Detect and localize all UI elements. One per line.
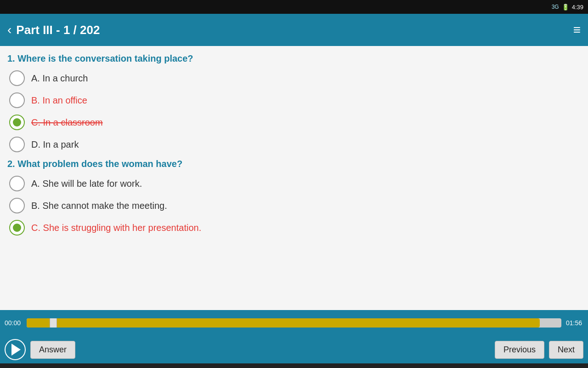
q1-radio-a[interactable] xyxy=(9,70,25,86)
q1-label-a: A. In a church xyxy=(31,73,88,84)
header-left: ‹ Part III - 1 / 202 xyxy=(7,23,100,37)
previous-button[interactable]: Previous xyxy=(495,341,544,359)
header: ‹ Part III - 1 / 202 ≡ xyxy=(0,14,588,46)
q1-radio-d[interactable] xyxy=(9,137,25,152)
q1-label-d: D. In a park xyxy=(31,139,79,150)
q1-option-d[interactable]: D. In a park xyxy=(7,137,581,152)
q2-option-c[interactable]: C. She is struggling with her presentati… xyxy=(7,220,581,236)
q1-option-c[interactable]: C. In a classroom xyxy=(7,115,581,130)
q2-radio-a[interactable] xyxy=(9,176,25,191)
q2-radio-c[interactable] xyxy=(9,220,25,236)
question-2-text: 2. What problem does the woman have? xyxy=(7,159,581,169)
q2-option-b[interactable]: B. She cannot make the meeting. xyxy=(7,198,581,213)
current-time: 00:00 xyxy=(5,319,22,327)
progress-track[interactable] xyxy=(27,318,561,328)
battery-icon: 🔋 xyxy=(562,4,569,11)
page-title: Part III - 1 / 202 xyxy=(16,23,100,37)
status-bar: 3G 🔋 4:39 xyxy=(0,0,588,14)
navigation-bar: ↩ ⌂ ▭ xyxy=(0,363,588,368)
progress-thumb[interactable] xyxy=(50,318,57,328)
question-1: 1. Where is the conversation taking plac… xyxy=(7,53,581,152)
q2-label-b: B. She cannot make the meeting. xyxy=(31,201,167,211)
network-indicator: 3G xyxy=(552,4,559,10)
q1-label-c: C. In a classroom xyxy=(31,117,103,128)
q2-radio-c-fill xyxy=(13,224,21,232)
q2-radio-b[interactable] xyxy=(9,198,25,213)
q1-radio-b[interactable] xyxy=(9,92,25,108)
progress-fill xyxy=(27,318,540,328)
q1-option-b[interactable]: B. In an office xyxy=(7,92,581,108)
q2-label-a: A. She will be late for work. xyxy=(31,178,142,189)
content-area: 1. Where is the conversation taking plac… xyxy=(0,46,588,310)
question-2: 2. What problem does the woman have? A. … xyxy=(7,159,581,236)
q2-option-a[interactable]: A. She will be late for work. xyxy=(7,176,581,191)
next-button[interactable]: Next xyxy=(549,341,583,359)
total-time: 01:56 xyxy=(566,319,583,327)
audio-progress-bar: 00:00 01:56 xyxy=(0,310,588,336)
q1-option-a[interactable]: A. In a church xyxy=(7,70,581,86)
buttons-bar: Answer Previous Next xyxy=(0,336,588,363)
q1-radio-c[interactable] xyxy=(9,115,25,130)
answer-button[interactable]: Answer xyxy=(30,341,75,359)
time-display: 4:39 xyxy=(572,4,583,11)
back-button[interactable]: ‹ xyxy=(7,23,11,37)
q1-label-b: B. In an office xyxy=(31,95,87,106)
play-button[interactable] xyxy=(5,339,26,360)
menu-button[interactable]: ≡ xyxy=(573,23,581,37)
play-icon xyxy=(11,344,21,356)
q1-radio-c-fill xyxy=(13,118,21,126)
q2-label-c: C. She is struggling with her presentati… xyxy=(31,223,201,233)
question-1-text: 1. Where is the conversation taking plac… xyxy=(7,53,581,64)
